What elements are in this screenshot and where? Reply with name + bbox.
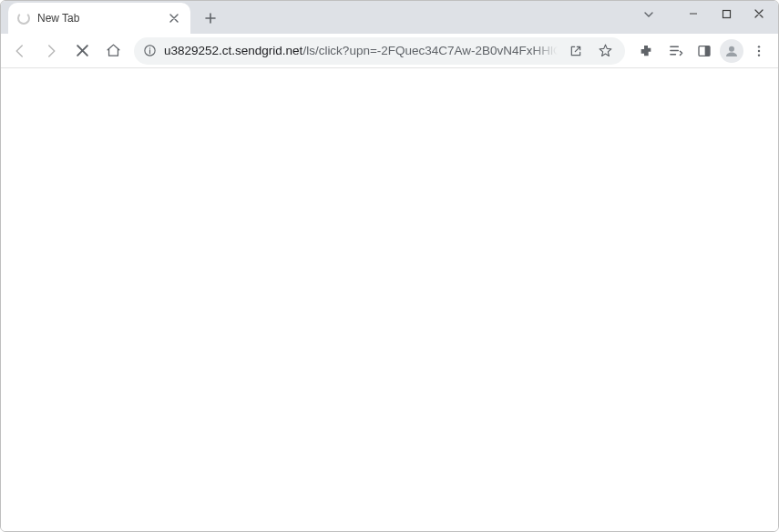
forward-button[interactable] <box>37 37 65 65</box>
window-minimize-button[interactable] <box>678 3 709 25</box>
address-bar[interactable]: u3829252.ct.sendgrid.net/ls/click?upn=-2… <box>134 37 625 65</box>
extensions-button[interactable] <box>632 37 660 65</box>
loading-spinner-icon <box>17 12 30 25</box>
url-domain: u3829252.ct.sendgrid.net <box>164 44 302 57</box>
share-button[interactable] <box>565 40 587 62</box>
svg-rect-4 <box>705 46 710 56</box>
svg-rect-0 <box>723 10 730 17</box>
window-maximize-button[interactable] <box>711 3 742 25</box>
bookmark-button[interactable] <box>594 40 616 62</box>
page-content <box>1 68 778 531</box>
home-button[interactable] <box>99 37 127 65</box>
svg-point-7 <box>758 49 760 51</box>
back-button[interactable] <box>6 37 34 65</box>
url-text: u3829252.ct.sendgrid.net/ls/click?upn=-2… <box>164 44 558 57</box>
toolbar: u3829252.ct.sendgrid.net/ls/click?upn=-2… <box>1 34 778 68</box>
tab-strip: New Tab <box>1 1 778 34</box>
stop-reload-button[interactable] <box>68 37 96 65</box>
new-tab-button[interactable] <box>198 5 223 31</box>
tab-title: New Tab <box>37 12 159 25</box>
window-close-button[interactable] <box>743 3 774 25</box>
side-panel-button[interactable] <box>691 37 718 65</box>
profile-button[interactable] <box>720 39 743 63</box>
svg-point-2 <box>149 47 150 48</box>
tab-search-button[interactable] <box>638 5 660 24</box>
url-path: /ls/click?upn=-2FQuec34C7Aw-2B0vN4FxHHlO… <box>302 44 558 57</box>
svg-point-5 <box>729 46 734 51</box>
browser-tab[interactable]: New Tab <box>8 3 190 34</box>
menu-button[interactable] <box>745 37 773 65</box>
window-controls <box>678 3 774 25</box>
reading-list-button[interactable] <box>661 37 689 65</box>
svg-point-8 <box>758 54 760 56</box>
svg-point-6 <box>758 46 760 47</box>
site-info-icon[interactable] <box>143 44 157 57</box>
tab-close-button[interactable] <box>167 11 181 26</box>
toolbar-right <box>632 37 773 65</box>
